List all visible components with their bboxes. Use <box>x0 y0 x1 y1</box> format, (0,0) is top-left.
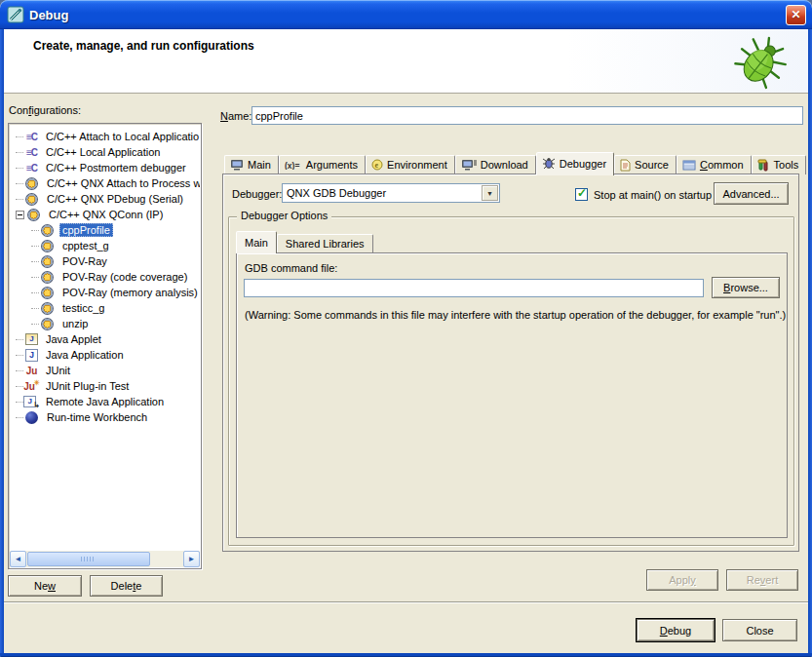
tree-guide <box>31 324 39 325</box>
tree-row[interactable]: JUnit <box>10 363 200 378</box>
qnx-target-icon <box>41 240 54 252</box>
gdb-command-file-input[interactable] <box>244 279 704 297</box>
horizontal-scrollbar[interactable]: ◄ ► <box>10 551 200 567</box>
title-bar[interactable]: Debug ✕ <box>0 0 812 29</box>
tree-row[interactable]: POV-Ray <box>10 253 200 269</box>
tree-guide <box>16 199 23 200</box>
tools-tab-icon <box>757 159 770 172</box>
cdt-launch-icon <box>24 161 39 174</box>
configurations-label: Configurations: <box>9 104 81 116</box>
tab-source[interactable]: Source <box>614 155 677 174</box>
tree-row[interactable]: Java Applet <box>10 331 200 347</box>
tab-environment[interactable]: e Environment <box>366 155 455 174</box>
name-input[interactable] <box>251 106 803 125</box>
group-title: Debugger Options <box>237 210 331 221</box>
window-title: Debug <box>29 8 786 22</box>
java-applet-icon <box>24 332 39 346</box>
scrollbar-thumb[interactable] <box>27 552 150 566</box>
tab-debugger[interactable]: Debugger <box>536 152 614 175</box>
scroll-right-icon[interactable]: ► <box>183 551 200 567</box>
tree-row[interactable]: cpptest_g <box>10 238 200 253</box>
qnx-target-icon <box>41 302 54 315</box>
tree-guide <box>16 370 23 371</box>
stop-at-main-checkbox[interactable] <box>575 188 588 201</box>
window-frame-bottom <box>0 653 812 657</box>
tree-guide <box>16 402 23 403</box>
tree-row[interactable]: C/C++ Postmortem debugger <box>10 160 200 175</box>
tab-tools[interactable]: Tools <box>752 155 807 174</box>
chevron-down-icon[interactable]: ▼ <box>482 185 498 201</box>
tree-guide <box>16 355 23 356</box>
tree-row[interactable]: C/C++ QNX QConn (IP) <box>10 207 200 222</box>
name-label: Name: <box>220 110 251 122</box>
browse-button[interactable]: Browse... <box>712 277 780 298</box>
debug-dialog: Debug ✕ Create, manage, and run configur… <box>0 0 812 657</box>
tree-row-selected[interactable]: cppProfile <box>10 222 200 238</box>
tree-guide <box>16 168 23 169</box>
collapse-expander-icon[interactable] <box>16 211 24 219</box>
tree-row[interactable]: testicc_g <box>10 300 200 316</box>
configurations-tree: C/C++ Attach to Local Applicatio C/C++ L… <box>8 123 202 569</box>
tree-row[interactable]: POV-Ray (memory analysis) <box>10 285 200 300</box>
arguments-tab-icon: (x)= <box>285 160 302 170</box>
advanced-button[interactable]: Advanced... <box>714 182 789 205</box>
tree-guide <box>16 136 23 137</box>
combobox-value: QNX GDB Debugger <box>283 187 481 199</box>
source-tab-icon <box>620 159 631 172</box>
tab-main[interactable]: Main <box>224 155 279 174</box>
new-button[interactable]: New <box>8 575 82 597</box>
scroll-left-icon[interactable]: ◄ <box>10 551 26 567</box>
tab-download[interactable]: Download <box>455 155 536 174</box>
close-window-button[interactable]: ✕ <box>786 5 806 25</box>
environment-tab-icon: e <box>371 159 383 171</box>
stop-at-main-label: Stop at main() on startup <box>594 189 712 201</box>
debugger-options-group: Debugger Options Main Shared Libraries G… <box>228 216 794 546</box>
tree-guide <box>31 246 39 247</box>
cdt-launch-icon <box>24 130 39 143</box>
apply-button[interactable]: Apply <box>646 569 718 591</box>
window-frame-right <box>808 29 812 657</box>
tree-row[interactable]: JUnit Plug-in Test <box>10 378 200 394</box>
tree-row[interactable]: C/C++ QNX PDebug (Serial) <box>10 191 200 207</box>
tab-common[interactable]: Common <box>677 155 752 174</box>
tree-guide <box>16 386 23 387</box>
tab-arguments[interactable]: (x)= Arguments <box>279 155 366 174</box>
tab-options-main[interactable]: Main <box>236 231 277 253</box>
debugger-type-combobox[interactable]: QNX GDB Debugger ▼ <box>282 183 500 203</box>
tree-row[interactable]: Java Application <box>10 347 200 363</box>
download-tab-icon <box>461 159 477 171</box>
window-frame-left <box>0 29 4 657</box>
cdt-launch-icon <box>24 145 39 159</box>
tree-row[interactable]: C/C++ QNX Attach to Process w <box>10 175 200 191</box>
debugger-options-tabs: Main Shared Libraries <box>236 230 373 252</box>
dialog-icon <box>7 6 24 23</box>
qnx-target-icon <box>41 224 54 237</box>
qnx-target-icon <box>41 287 54 299</box>
tree-guide <box>31 261 39 262</box>
main-tab-icon <box>230 159 244 171</box>
options-main-panel: GDB command file: Browse... (Warning: So… <box>236 252 788 538</box>
tree-guide <box>16 339 23 340</box>
tree-guide <box>31 292 39 293</box>
bug-image <box>730 33 791 94</box>
tree-row[interactable]: POV-Ray (code coverage) <box>10 269 200 285</box>
delete-button[interactable]: Delete <box>90 575 163 597</box>
tree-row[interactable]: unzip <box>10 316 200 331</box>
close-button[interactable]: Close <box>722 619 797 641</box>
debugger-label: Debugger: <box>232 188 282 200</box>
tree-guide <box>16 152 23 153</box>
junit-icon <box>24 364 39 377</box>
revert-button[interactable]: Revert <box>726 569 798 591</box>
tree-guide <box>16 183 23 184</box>
debugger-tab-icon <box>542 157 556 170</box>
debug-button[interactable]: Debug <box>637 619 715 641</box>
tree-row[interactable]: Run-time Workbench <box>10 409 200 425</box>
tree-items: C/C++ Attach to Local Applicatio C/C++ L… <box>10 125 200 551</box>
qnx-target-icon <box>25 177 38 190</box>
tree-guide <box>16 417 23 418</box>
tree-row[interactable]: C/C++ Attach to Local Applicatio <box>10 129 200 144</box>
tab-shared-libraries[interactable]: Shared Libraries <box>277 234 373 252</box>
launch-config-tabs: Main (x)= Arguments e Environment Downlo… <box>224 151 806 174</box>
tree-row[interactable]: C/C++ Local Application <box>10 144 200 160</box>
tree-row[interactable]: Remote Java Application <box>10 394 200 409</box>
